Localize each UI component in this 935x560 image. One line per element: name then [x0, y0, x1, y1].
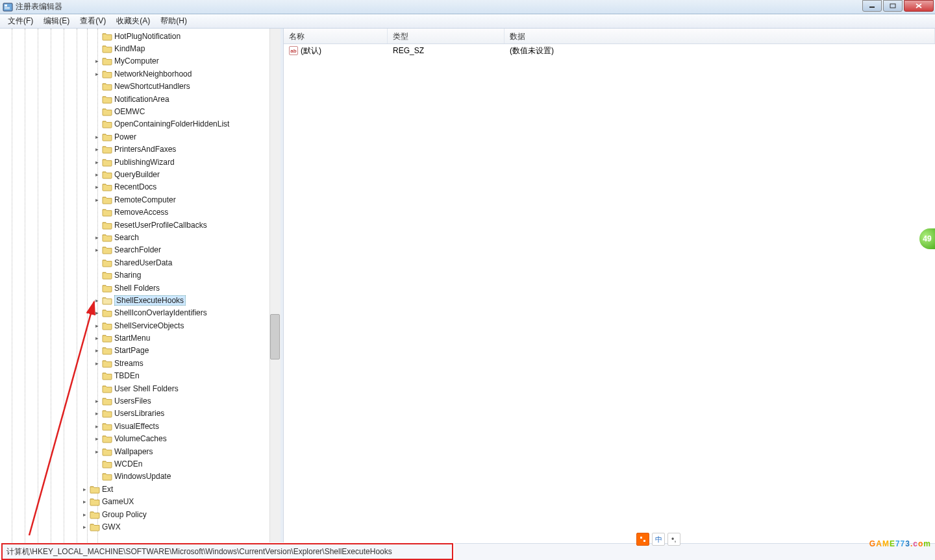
tree-scrollbar[interactable] — [269, 29, 280, 542]
tree-item[interactable]: ▸UsersFiles — [0, 395, 280, 407]
expander-icon[interactable]: ▸ — [94, 297, 101, 304]
tree-item[interactable]: HotPlugNotification — [0, 30, 280, 42]
tree-item-label: GWX — [102, 522, 121, 531]
folder-icon — [102, 170, 112, 179]
menu-help[interactable]: 帮助(H) — [155, 14, 192, 28]
window-title: 注册表编辑器 — [16, 1, 62, 12]
tree-item[interactable]: ▸StartMenu — [0, 332, 280, 344]
regedit-icon — [3, 2, 13, 12]
expander-icon[interactable]: ▸ — [94, 146, 101, 153]
expander-icon[interactable]: ▸ — [94, 347, 101, 354]
svg-rect-1 — [5, 5, 7, 6]
expander-icon[interactable]: ▸ — [94, 310, 101, 317]
tree-item[interactable]: ▸MyComputer — [0, 55, 280, 67]
expander-icon[interactable]: ▸ — [94, 196, 101, 203]
tree-item[interactable]: Sharing — [0, 269, 280, 281]
expander-icon[interactable]: ▸ — [94, 171, 101, 178]
tree-item[interactable]: ▸Ext — [0, 483, 280, 495]
ime-switcher[interactable] — [636, 533, 649, 546]
tree-item[interactable]: ▸RemoteComputer — [0, 193, 280, 206]
scrollbar-thumb[interactable] — [270, 314, 280, 359]
tree-item-label: PublishingWizard — [114, 158, 175, 167]
expander-icon[interactable]: ▸ — [81, 511, 88, 518]
col-type[interactable]: 类型 — [388, 29, 505, 43]
tree-item[interactable]: SharedUserData — [0, 256, 280, 269]
tree-item[interactable]: ▸PrintersAndFaxes — [0, 143, 280, 156]
expander-icon[interactable]: ▸ — [94, 448, 101, 455]
expander-icon[interactable]: ▸ — [94, 70, 101, 77]
expander-icon[interactable]: ▸ — [94, 398, 101, 405]
tree-item[interactable]: NotificationArea — [0, 93, 280, 105]
tree-item[interactable]: ▸RecentDocs — [0, 181, 280, 193]
tree-item[interactable]: Shell Folders — [0, 282, 280, 294]
folder-icon — [102, 296, 112, 305]
menu-edit[interactable]: 编辑(E) — [38, 14, 75, 28]
expander-icon[interactable]: ▸ — [81, 498, 88, 505]
expander-icon[interactable]: ▸ — [94, 158, 101, 165]
col-data[interactable]: 数据 — [505, 29, 935, 43]
expander-icon[interactable]: ▸ — [94, 422, 101, 430]
expander-icon[interactable]: ▸ — [81, 485, 88, 493]
close-button[interactable] — [904, 0, 934, 12]
expander-icon[interactable]: ▸ — [94, 322, 101, 329]
expander-icon[interactable]: ▸ — [94, 133, 101, 140]
maximize-button[interactable] — [883, 0, 903, 12]
tree-item[interactable]: ▸UsersLibraries — [0, 408, 280, 420]
tree-item[interactable]: User Shell Folders — [0, 382, 280, 395]
folder-icon — [102, 434, 112, 443]
menu-file[interactable]: 文件(F) — [3, 14, 38, 28]
menu-favorites[interactable]: 收藏夹(A) — [111, 14, 155, 28]
tree-item[interactable]: RemoveAccess — [0, 206, 280, 218]
tree-item[interactable]: ▸Wallpapers — [0, 445, 280, 457]
folder-icon — [102, 95, 112, 104]
expander-icon[interactable]: ▸ — [94, 335, 101, 342]
tree-item[interactable]: ▸GameUX — [0, 495, 280, 507]
expander-icon[interactable]: ▸ — [94, 410, 101, 417]
ime-logo-icon — [639, 535, 647, 543]
tree-item[interactable]: ▸ShellServiceObjects — [0, 319, 280, 332]
expander-icon[interactable]: ▸ — [94, 184, 101, 191]
ime-lang[interactable]: 中 — [652, 533, 665, 546]
tree-item[interactable]: OEMWC — [0, 105, 280, 117]
value-row[interactable]: ab (默认) REG_SZ (数值未设置) — [284, 44, 935, 57]
expander-icon[interactable]: ▸ — [94, 359, 101, 367]
tree-item[interactable]: ▸PublishingWizard — [0, 156, 280, 168]
tree-item[interactable]: ▸Power — [0, 130, 280, 143]
tree-item[interactable]: ▸Group Policy — [0, 508, 280, 520]
tree-item[interactable]: WCDEn — [0, 457, 280, 470]
tree-item[interactable]: ▸StartPage — [0, 345, 280, 357]
tree-item[interactable]: TBDEn — [0, 370, 280, 382]
expander-icon[interactable]: ▸ — [94, 58, 101, 65]
registry-tree[interactable]: HotPlugNotificationKindMap▸MyComputer▸Ne… — [0, 29, 280, 533]
folder-icon — [102, 447, 112, 456]
expander-icon[interactable]: ▸ — [94, 247, 101, 254]
tree-item[interactable]: KindMap — [0, 42, 280, 55]
folder-icon — [102, 284, 112, 293]
tree-item[interactable]: ▸NetworkNeighborhood — [0, 67, 280, 80]
col-name[interactable]: 名称 — [284, 29, 388, 43]
tree-item[interactable]: ▸VolumeCaches — [0, 433, 280, 445]
tree-item[interactable]: ▸ShellIconOverlayIdentifiers — [0, 307, 280, 319]
tree-item[interactable]: OpenContainingFolderHiddenList — [0, 118, 280, 130]
menu-view[interactable]: 查看(V) — [75, 14, 111, 28]
folder-icon — [102, 132, 112, 141]
tree-item[interactable]: NewShortcutHandlers — [0, 80, 280, 93]
tree-item[interactable]: ▸VisualEffects — [0, 420, 280, 432]
tree-item[interactable]: ▸GWX — [0, 520, 280, 533]
minimize-button[interactable] — [862, 0, 882, 12]
tree-item[interactable]: ▸Streams — [0, 357, 280, 369]
tree-item-label: VolumeCaches — [114, 434, 167, 443]
tree-item[interactable]: ▸Search — [0, 231, 280, 243]
ime-punct[interactable]: •, — [667, 533, 680, 546]
tree-item[interactable]: ▸SearchFolder — [0, 244, 280, 256]
tree-item[interactable]: ResetUserProfileCallbacks — [0, 219, 280, 231]
expander-icon[interactable]: ▸ — [94, 435, 101, 443]
expander-icon[interactable]: ▸ — [94, 234, 101, 241]
svg-text:•,: •, — [671, 535, 677, 543]
folder-icon — [102, 371, 112, 380]
tree-item[interactable]: ▸ShellExecuteHooks — [0, 294, 280, 306]
tree-item[interactable]: ▸QueryBuilder — [0, 168, 280, 180]
expander-icon[interactable]: ▸ — [81, 523, 88, 530]
tree-item[interactable]: WindowsUpdate — [0, 470, 280, 483]
tree-pane: HotPlugNotificationKindMap▸MyComputer▸Ne… — [0, 29, 280, 542]
